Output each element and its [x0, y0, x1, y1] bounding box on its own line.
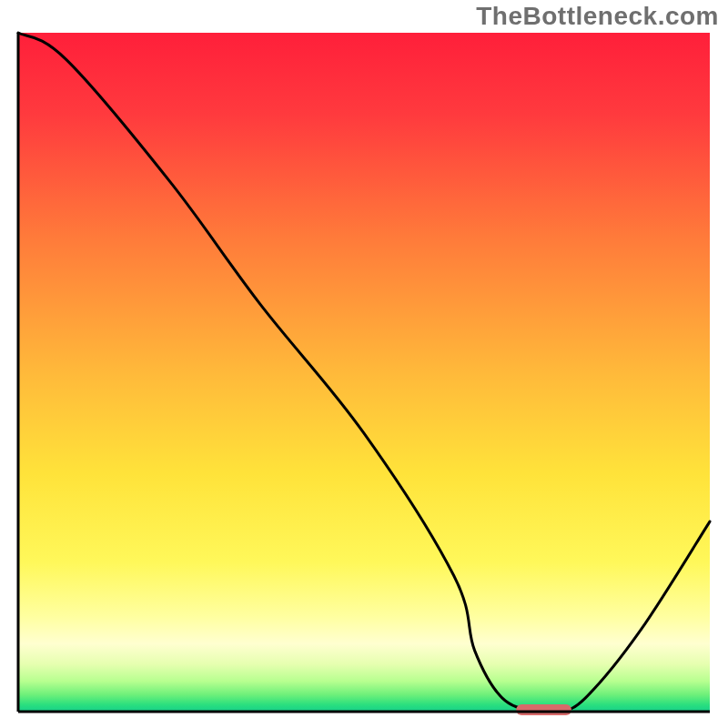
plot-background — [18, 33, 710, 712]
target-marker — [516, 704, 571, 715]
watermark-text: TheBottleneck.com — [476, 2, 719, 31]
bottleneck-chart: TheBottleneck.com — [0, 0, 728, 728]
chart-canvas — [0, 0, 728, 728]
